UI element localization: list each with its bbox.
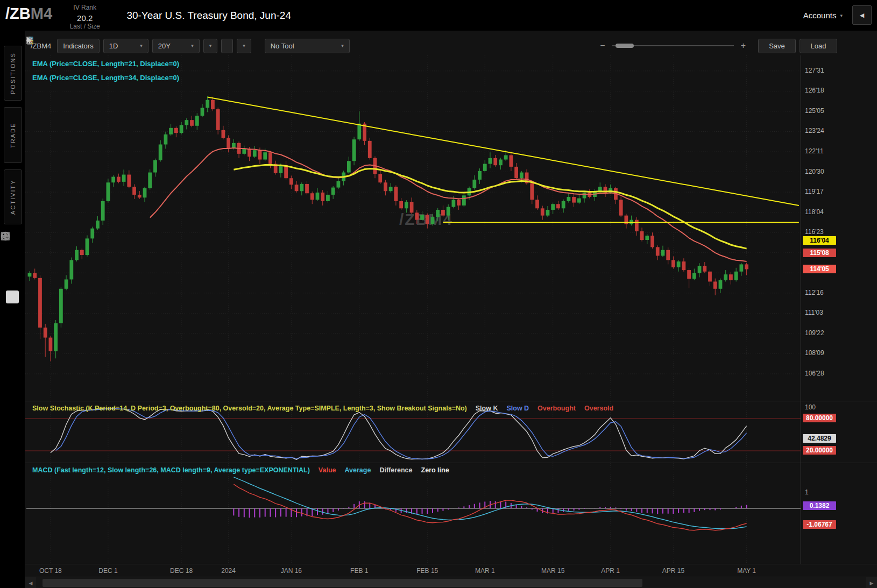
macd-legend-item: Difference (379, 466, 412, 474)
stoch-badge: 80.00000 (803, 414, 836, 422)
range-dropdown[interactable]: 20Y ▾ (152, 39, 200, 53)
collapse-left-icon: ◀ (860, 12, 864, 19)
price-axis-label: 119'17 (805, 188, 824, 195)
indicators-label: Indicators (63, 42, 93, 50)
chart-toolbar: /ZBM4 Indicators 1D ▾ 20Y ▾ ▾ ▾ No Tool … (25, 36, 877, 55)
accounts-label: Accounts (803, 11, 837, 20)
time-axis-label: FEB 15 (406, 567, 449, 575)
header: /ZBM4 IV Rank20.2Last / Size114'05 /1Chg… (0, 0, 877, 31)
time-axis-label: DEC 1 (87, 567, 130, 575)
scrollbar-track[interactable] (36, 577, 866, 588)
stoch-legend-item: Overbought (537, 405, 576, 412)
macd-badge: 0.1382 (803, 501, 836, 510)
price-axis-label: 108'09 (805, 349, 824, 357)
chevron-down-icon: ▾ (840, 13, 843, 18)
price-axis-label: 109'22 (805, 329, 824, 337)
symbol-contract: M4 (31, 5, 52, 22)
indicator-label: EMA (Price=CLOSE, Length=34, Displace=0) (32, 74, 179, 82)
symbol-root: /ZB (5, 5, 31, 22)
zoom-slider-thumb[interactable] (616, 44, 634, 48)
macd-legend-item: Value (319, 466, 336, 474)
timeframe-value: 1D (109, 42, 118, 50)
grid-layout-dropdown[interactable]: ▾ (237, 39, 251, 53)
left-sidebar: POSITIONSTRADEACTIVITY? (0, 31, 25, 588)
settings-button[interactable] (221, 39, 233, 53)
time-axis-label: JAN 16 (270, 567, 313, 575)
stochastic-pane[interactable]: 10080.0000042.482920.00000Slow Stochasti… (25, 401, 877, 463)
macd-header: MACD (Fast length=12, Slow length=26, MA… (32, 466, 449, 474)
sidebar-tab-trade[interactable]: TRADE (4, 107, 22, 163)
macd-pane[interactable]: 10.1382-1.06767MACD (Fast length=12, Slo… (25, 463, 877, 564)
chart-icon[interactable] (6, 291, 19, 303)
indicator-label: EMA (Price=CLOSE, Length=21, Displace=0) (32, 60, 179, 68)
zoom-in-button[interactable]: + (741, 41, 746, 51)
price-chart-pane[interactable]: /ZBM4 127'31126'18125'05123'24122'11120'… (25, 55, 877, 401)
time-axis-label: 2024 (207, 567, 250, 575)
macd-legend-item: Zero line (421, 466, 449, 474)
symbol-display: /ZBM4 (5, 5, 68, 23)
load-button[interactable]: Load (800, 39, 837, 53)
stochastic-title: Slow Stochastic (K Period=14, D Period=3… (32, 405, 467, 412)
macd-axis-label: 1 (805, 488, 809, 496)
svg-text:?: ? (4, 233, 7, 239)
cursor-pointer-icon (25, 36, 33, 44)
price-axis-label: 123'24 (805, 127, 824, 134)
price-axis-label: 112'16 (805, 289, 824, 296)
price-axis-label: 111'03 (805, 309, 823, 316)
watchlist-icon[interactable] (6, 251, 19, 264)
history-icon[interactable] (6, 330, 19, 343)
range-value: 20Y (158, 42, 171, 50)
header-stat-iv-rank: IV Rank20.2 (68, 4, 102, 23)
time-axis-label: MAR 1 (463, 567, 506, 575)
price-badge-yellow: 116'04 (803, 236, 836, 245)
macd-canvas[interactable] (25, 463, 877, 564)
scroll-left-button[interactable]: ◀ (25, 577, 36, 588)
stoch-legend-item: Oversold (584, 405, 613, 412)
macd-legend-item: Average (345, 466, 371, 474)
sidebar-tab-positions[interactable]: POSITIONS (4, 46, 22, 101)
scroll-right-button[interactable]: ▶ (866, 577, 877, 588)
time-axis-label: APR 1 (589, 567, 632, 575)
time-axis-label: OCT 18 (29, 567, 72, 575)
chart-scrollbar[interactable]: ◀ ▶ (25, 577, 877, 588)
price-chart-canvas[interactable] (25, 55, 877, 401)
sidebar-tab-activity[interactable]: ACTIVITY (4, 169, 22, 224)
chart-type-dropdown[interactable]: ▾ (203, 39, 218, 53)
stoch-legend-item: Slow K (476, 405, 498, 412)
instrument-title: 30-Year U.S. Treasury Bond, Jun-24 (126, 10, 291, 22)
stat-label: Last / Size (68, 23, 102, 30)
time-axis-label: APR 15 (652, 567, 695, 575)
time-axis-label: FEB 1 (338, 567, 381, 575)
grid-icon[interactable] (6, 310, 19, 323)
timeframe-dropdown[interactable]: 1D ▾ (103, 39, 148, 53)
drawing-tool-value: No Tool (271, 42, 294, 50)
chevron-down-icon: ▾ (341, 43, 344, 48)
price-axis-label: 116'23 (805, 228, 824, 236)
time-axis: OCT 18DEC 1DEC 182024JAN 16FEB 1FEB 15MA… (25, 564, 877, 577)
stochastic-header: Slow Stochastic (K Period=14, D Period=3… (32, 405, 613, 412)
zoom-slider[interactable] (612, 42, 734, 49)
macd-badge: -1.06767 (803, 520, 836, 529)
zoom-out-button[interactable]: − (600, 41, 605, 51)
indicators-button[interactable]: Indicators (57, 39, 99, 53)
chevron-down-icon: ▾ (243, 43, 245, 48)
community-icon[interactable] (6, 350, 19, 363)
stat-value: 20.2 (68, 13, 102, 23)
price-badge-red: 115'08 (803, 249, 836, 257)
sidebar-icon-rail: ? (0, 231, 25, 383)
price-axis-label: 126'18 (805, 87, 824, 94)
help-icon[interactable]: ? (6, 370, 19, 383)
scrollbar-thumb[interactable] (43, 579, 642, 587)
time-axis-label: DEC 18 (160, 567, 203, 575)
price-axis-label: 122'11 (805, 147, 824, 155)
price-axis-label: 127'31 (805, 67, 824, 74)
chart-workspace: /ZBM4 Indicators 1D ▾ 20Y ▾ ▾ ▾ No Tool … (25, 31, 877, 588)
trade-ladder-icon[interactable] (6, 271, 19, 284)
stat-label: IV Rank (68, 4, 102, 11)
save-button[interactable]: Save (758, 39, 796, 53)
macd-title: MACD (Fast length=12, Slow length=26, MA… (32, 466, 310, 474)
drawing-tool-dropdown[interactable]: No Tool ▾ (265, 39, 350, 53)
time-axis-label: MAY 1 (725, 567, 768, 575)
collapse-panel-button[interactable]: ◀ (852, 5, 872, 25)
accounts-dropdown[interactable]: Accounts ▾ (803, 11, 843, 20)
